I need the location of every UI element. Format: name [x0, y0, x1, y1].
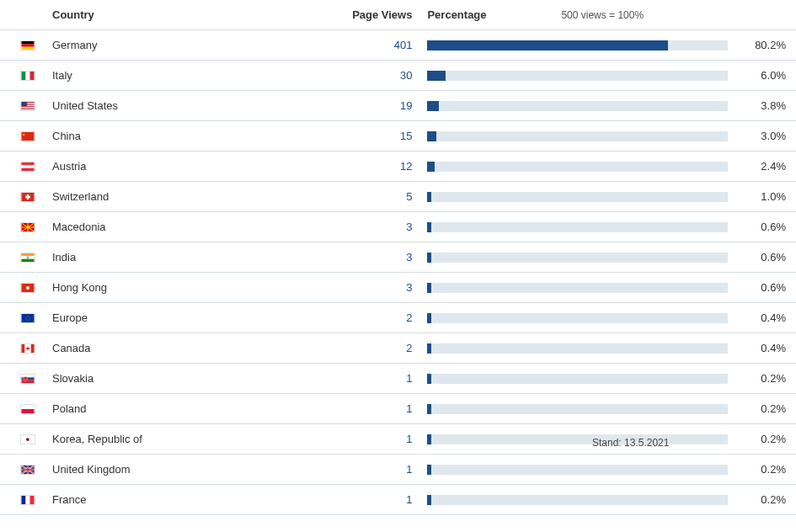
flag-icon: [20, 343, 44, 354]
views-value[interactable]: 2: [328, 311, 428, 324]
views-value[interactable]: 1: [328, 463, 428, 476]
svg-rect-38: [31, 344, 35, 353]
svg-rect-0: [22, 41, 35, 44]
views-value[interactable]: 3: [328, 221, 428, 233]
bar-cell: [427, 71, 727, 81]
bar-track: [427, 465, 727, 475]
bar-track: [427, 313, 727, 323]
flag-icon: [20, 283, 44, 293]
pct-value: 0.6%: [728, 221, 786, 233]
table-row: United States193.8%: [0, 91, 796, 121]
table-row: United Kingdom10.2%: [0, 455, 796, 485]
flag-icon: [20, 222, 44, 232]
svg-rect-12: [22, 109, 35, 110]
svg-rect-42: [22, 380, 35, 382]
flag-icon: [20, 495, 44, 505]
views-value[interactable]: 401: [328, 39, 428, 51]
header-views[interactable]: Page Views: [328, 8, 428, 21]
svg-rect-28: [22, 253, 35, 256]
bar-wrap: [427, 313, 727, 323]
views-value[interactable]: 5: [328, 190, 428, 203]
country-name[interactable]: Europe: [44, 311, 328, 324]
pct-value: 0.2%: [728, 463, 786, 476]
bar-wrap: [427, 162, 727, 172]
views-value[interactable]: 1: [328, 433, 428, 445]
bar-fill: [427, 283, 430, 293]
country-name[interactable]: India: [44, 251, 328, 263]
country-name[interactable]: Slovakia: [44, 372, 328, 385]
flag-icon: [20, 71, 44, 81]
bar-fill: [427, 434, 430, 444]
country-name[interactable]: Switzerland: [44, 190, 328, 203]
flag-icon: [20, 162, 44, 172]
svg-rect-43: [22, 405, 35, 409]
table-row: Hong Kong30.6%: [0, 273, 796, 303]
svg-rect-30: [22, 258, 35, 261]
country-name[interactable]: Korea, Republic of: [44, 433, 328, 445]
pct-value: 6.0%: [728, 69, 786, 82]
svg-rect-50: [30, 496, 35, 504]
pct-value: 0.2%: [728, 433, 786, 445]
bar-fill: [427, 101, 439, 111]
bar-wrap: [427, 40, 727, 51]
svg-point-33: [26, 286, 29, 290]
views-value[interactable]: 15: [328, 130, 428, 142]
bar-wrap: [427, 71, 727, 81]
country-name[interactable]: Austria: [44, 160, 328, 173]
svg-rect-44: [22, 409, 35, 413]
flag-icon: [20, 434, 44, 444]
svg-rect-49: [26, 496, 30, 504]
bar-fill: [427, 495, 430, 505]
header-note: 500 views = 100%: [510, 9, 727, 21]
country-name[interactable]: France: [44, 493, 328, 506]
svg-rect-14: [22, 132, 35, 141]
views-value[interactable]: 1: [328, 372, 428, 385]
bar-cell: [427, 313, 727, 323]
bar-fill: [427, 222, 430, 232]
table-row: Canada20.4%: [0, 333, 796, 364]
bar-fill: [427, 404, 430, 414]
header-country[interactable]: Country: [44, 8, 328, 21]
country-name[interactable]: Canada: [44, 342, 328, 354]
table-row: India30.6%: [0, 242, 796, 273]
flag-icon: [20, 131, 44, 141]
bar-fill: [427, 313, 430, 323]
country-name[interactable]: Hong Kong: [44, 281, 328, 294]
country-name[interactable]: Germany: [44, 39, 328, 51]
views-value[interactable]: 1: [328, 493, 428, 506]
flag-icon: [20, 253, 44, 263]
bar-wrap: [427, 131, 727, 141]
svg-rect-5: [30, 72, 35, 80]
country-name[interactable]: United States: [44, 99, 328, 112]
svg-rect-40: [22, 375, 35, 377]
bar-wrap: [427, 434, 727, 444]
views-value[interactable]: 3: [328, 281, 428, 294]
country-name[interactable]: Italy: [44, 69, 328, 82]
country-name[interactable]: United Kingdom: [44, 463, 328, 476]
country-name[interactable]: China: [44, 130, 328, 142]
country-name[interactable]: Poland: [44, 402, 328, 415]
bar-track: [427, 40, 727, 51]
flag-icon: [20, 192, 44, 202]
bar-track: [427, 162, 727, 172]
header-percentage[interactable]: Percentage: [427, 8, 510, 21]
views-value[interactable]: 1: [328, 402, 428, 415]
table-row: Poland10.2%: [0, 394, 796, 424]
views-value[interactable]: 12: [328, 160, 428, 173]
pct-value: 80.2%: [728, 39, 786, 51]
pct-value: 0.6%: [728, 281, 786, 294]
table-row: Korea, Republic of10.2%: [0, 424, 796, 455]
svg-rect-4: [26, 72, 30, 80]
bar-track: [427, 283, 727, 293]
views-value[interactable]: 30: [328, 69, 428, 82]
views-value[interactable]: 19: [328, 99, 428, 112]
views-value[interactable]: 3: [328, 251, 428, 263]
pct-value: 0.2%: [728, 493, 786, 506]
pct-value: 0.6%: [728, 251, 786, 263]
svg-rect-21: [25, 195, 30, 198]
country-name[interactable]: Macedonia: [44, 221, 328, 233]
bar-wrap: [427, 343, 727, 354]
svg-rect-17: [22, 165, 35, 168]
views-value[interactable]: 2: [328, 342, 428, 354]
flag-icon: [20, 465, 44, 475]
